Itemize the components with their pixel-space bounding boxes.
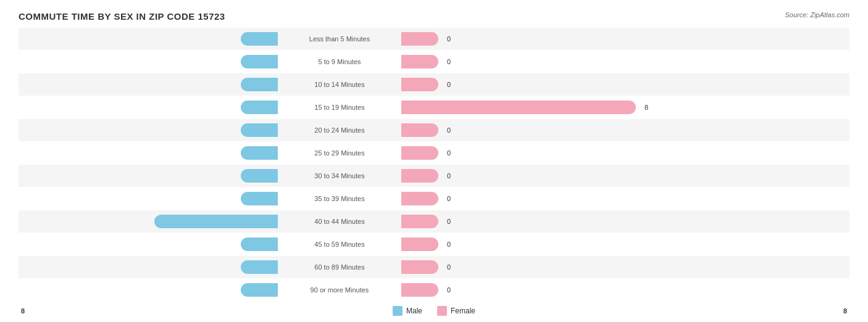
female-legend-label: Female xyxy=(451,307,475,315)
female-bar xyxy=(401,192,438,205)
chart-title: COMMUTE TIME BY SEX IN ZIP CODE 15723 xyxy=(19,11,225,22)
bar-label: 35 to 39 Minutes xyxy=(278,195,401,202)
male-bar xyxy=(241,32,278,46)
male-bar xyxy=(241,146,278,160)
male-bar xyxy=(241,101,278,114)
male-bar xyxy=(241,260,278,274)
male-bar xyxy=(241,192,278,205)
bar-label: 60 to 89 Minutes xyxy=(278,263,401,271)
bar-row: 340 to 44 Minutes0 xyxy=(19,210,849,233)
legend-item-male: Male xyxy=(393,306,422,316)
female-bar xyxy=(401,237,438,251)
female-bar xyxy=(401,169,438,183)
male-bar xyxy=(241,78,278,91)
legend-right-value: 8 xyxy=(843,307,847,315)
female-bar xyxy=(401,283,438,297)
female-value: 0 xyxy=(447,286,457,294)
bar-row: 045 to 59 Minutes0 xyxy=(19,233,849,255)
left-section: 0 xyxy=(19,195,278,202)
female-value: 0 xyxy=(447,149,457,157)
left-section: 0 xyxy=(19,35,278,43)
chart-source: Source: ZipAtlas.com xyxy=(785,11,849,19)
chart-container: COMMUTE TIME BY SEX IN ZIP CODE 15723 So… xyxy=(0,0,868,322)
female-legend-box xyxy=(437,306,447,316)
bar-label: 45 to 59 Minutes xyxy=(278,241,401,248)
female-value: 0 xyxy=(447,172,457,180)
female-value: 0 xyxy=(447,81,457,88)
left-section: 0 xyxy=(19,81,278,88)
bar-row: 020 to 24 Minutes0 xyxy=(19,119,849,141)
bar-label: 20 to 24 Minutes xyxy=(278,126,401,134)
bar-row: 05 to 9 Minutes0 xyxy=(19,51,849,73)
female-value: 0 xyxy=(447,218,457,225)
female-value: 0 xyxy=(447,241,457,248)
bar-row: 0Less than 5 Minutes0 xyxy=(19,28,849,50)
male-bar xyxy=(241,55,278,68)
header-row: COMMUTE TIME BY SEX IN ZIP CODE 15723 So… xyxy=(19,11,849,22)
female-value: 0 xyxy=(447,58,457,65)
male-legend-box xyxy=(393,306,403,316)
female-bar xyxy=(401,55,438,68)
male-bar xyxy=(241,237,278,251)
bar-label: 40 to 44 Minutes xyxy=(278,218,401,225)
female-bar xyxy=(401,123,438,137)
legend-center: Male Female xyxy=(393,306,475,316)
female-bar xyxy=(401,146,438,160)
female-bar xyxy=(401,215,438,228)
bar-label: 30 to 34 Minutes xyxy=(278,172,401,180)
left-section: 0 xyxy=(19,58,278,65)
left-section: 0 xyxy=(19,241,278,248)
female-bar xyxy=(401,260,438,274)
legend-item-female: Female xyxy=(437,306,475,316)
male-legend-label: Male xyxy=(406,307,422,315)
left-section: 3 xyxy=(19,218,278,225)
bar-label: 25 to 29 Minutes xyxy=(278,149,401,157)
bar-label: 90 or more Minutes xyxy=(278,286,401,294)
left-section: 0 xyxy=(19,286,278,294)
bar-row: 035 to 39 Minutes0 xyxy=(19,188,849,210)
bar-label: 5 to 9 Minutes xyxy=(278,58,401,65)
left-section: 0 xyxy=(19,263,278,271)
female-bar xyxy=(401,101,636,114)
left-section: 0 xyxy=(19,149,278,157)
bars-area: 0Less than 5 Minutes005 to 9 Minutes0010… xyxy=(19,28,849,301)
female-value: 0 xyxy=(447,126,457,134)
legend-left-value: 8 xyxy=(21,307,25,315)
female-bar xyxy=(401,32,438,46)
bar-row: 030 to 34 Minutes0 xyxy=(19,165,849,187)
female-value: 0 xyxy=(447,263,457,271)
female-bar xyxy=(401,78,438,91)
female-value: 8 xyxy=(645,104,654,111)
left-section: 0 xyxy=(19,126,278,134)
bar-row: 025 to 29 Minutes0 xyxy=(19,142,849,164)
male-bar xyxy=(241,283,278,297)
bar-row: 060 to 89 Minutes0 xyxy=(19,256,849,278)
bar-row: 010 to 14 Minutes0 xyxy=(19,73,849,96)
bar-row: 090 or more Minutes0 xyxy=(19,279,849,301)
male-bar xyxy=(241,123,278,137)
legend-row: 8 Male Female 8 xyxy=(19,306,849,316)
left-section: 0 xyxy=(19,172,278,180)
bar-label: Less than 5 Minutes xyxy=(278,35,401,43)
bar-label: 10 to 14 Minutes xyxy=(278,81,401,88)
left-section: 0 xyxy=(19,104,278,111)
female-value: 0 xyxy=(447,35,457,43)
male-bar xyxy=(241,169,278,183)
female-value: 0 xyxy=(447,195,457,202)
bar-row: 015 to 19 Minutes8 xyxy=(19,96,849,118)
bar-label: 15 to 19 Minutes xyxy=(278,104,401,111)
male-bar xyxy=(154,215,278,228)
